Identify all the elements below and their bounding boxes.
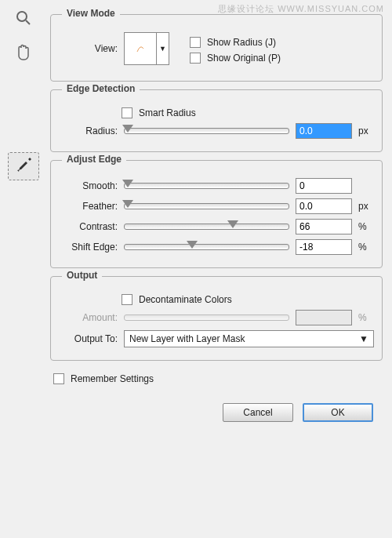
hand-tool[interactable]	[8, 41, 39, 69]
output-to-label: Output To:	[59, 333, 118, 344]
view-swatch[interactable]	[124, 32, 157, 65]
contrast-label: Contrast:	[59, 221, 118, 232]
smooth-label: Smooth:	[59, 180, 118, 191]
view-mode-group: View Mode View: ▼ Show Radius (J)	[50, 14, 383, 82]
edge-detection-legend: Edge Detection	[62, 83, 140, 94]
shift-edge-input[interactable]	[296, 239, 352, 255]
amount-label: Amount:	[59, 312, 118, 323]
radius-slider[interactable]	[124, 128, 289, 134]
remember-settings-label: Remember Settings	[71, 373, 154, 384]
output-to-value: New Layer with Layer Mask	[129, 333, 245, 344]
shift-edge-slider[interactable]	[124, 244, 289, 250]
radius-label: Radius:	[59, 125, 118, 136]
view-dropdown[interactable]: ▼	[157, 32, 169, 65]
output-group: Output Decontaminate Colors Amount: % Ou…	[50, 276, 383, 361]
show-radius-label: Show Radius (J)	[207, 37, 276, 48]
feather-label: Feather:	[59, 201, 118, 212]
smart-radius-checkbox[interactable]	[122, 107, 132, 118]
svg-point-0	[17, 12, 27, 21]
shift-edge-label: Shift Edge:	[59, 242, 118, 253]
amount-slider	[124, 314, 289, 321]
show-original-checkbox[interactable]	[190, 53, 201, 64]
contrast-slider[interactable]	[124, 224, 289, 230]
smart-radius-label: Smart Radius	[139, 107, 196, 118]
adjust-edge-legend: Adjust Edge	[62, 154, 126, 165]
adjust-edge-group: Adjust Edge Smooth: Feather: px Contrast…	[50, 160, 383, 268]
svg-line-1	[26, 20, 30, 24]
show-radius-checkbox[interactable]	[190, 37, 201, 48]
watermark-top: 思缘设计论坛 WWW.MISSYUAN.COM	[218, 3, 384, 15]
feather-unit: px	[358, 201, 374, 212]
decontaminate-checkbox[interactable]	[122, 294, 132, 305]
decontaminate-label: Decontaminate Colors	[139, 294, 232, 305]
radius-input[interactable]	[296, 123, 352, 139]
ok-button[interactable]: OK	[303, 403, 373, 422]
output-to-select[interactable]: New Layer with Layer Mask ▼	[124, 330, 374, 347]
remember-settings-checkbox[interactable]	[53, 373, 64, 384]
zoom-tool[interactable]	[8, 6, 39, 35]
brush-tool[interactable]	[8, 152, 39, 180]
cancel-button[interactable]: Cancel	[223, 403, 293, 422]
feather-slider[interactable]	[124, 203, 289, 209]
view-label: View:	[59, 32, 118, 54]
contrast-unit: %	[358, 221, 374, 232]
feather-input[interactable]	[296, 198, 352, 214]
chevron-down-icon: ▼	[359, 333, 368, 344]
show-original-label: Show Original (P)	[207, 53, 281, 64]
view-mode-legend: View Mode	[62, 8, 120, 19]
contrast-input[interactable]	[296, 219, 352, 234]
radius-unit: px	[358, 125, 374, 136]
amount-input	[296, 310, 352, 325]
smooth-slider[interactable]	[124, 183, 289, 189]
brush-icon	[14, 154, 33, 178]
amount-unit: %	[358, 312, 374, 323]
smooth-input[interactable]	[296, 178, 352, 194]
edge-detection-group: Edge Detection Smart Radius Radius: px	[50, 89, 383, 152]
shift-edge-unit: %	[358, 242, 374, 253]
output-legend: Output	[62, 270, 102, 281]
magnifier-icon	[14, 9, 33, 32]
hand-icon	[14, 43, 33, 67]
